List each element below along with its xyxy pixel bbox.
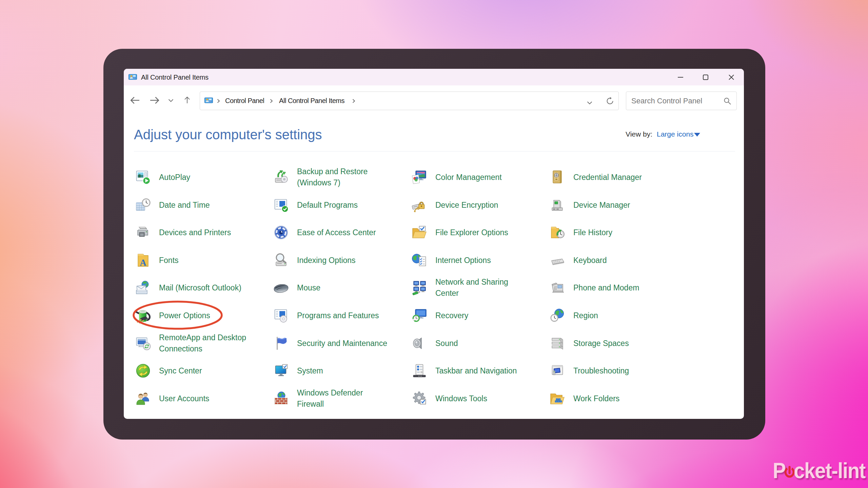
svg-text:A: A	[140, 258, 146, 268]
